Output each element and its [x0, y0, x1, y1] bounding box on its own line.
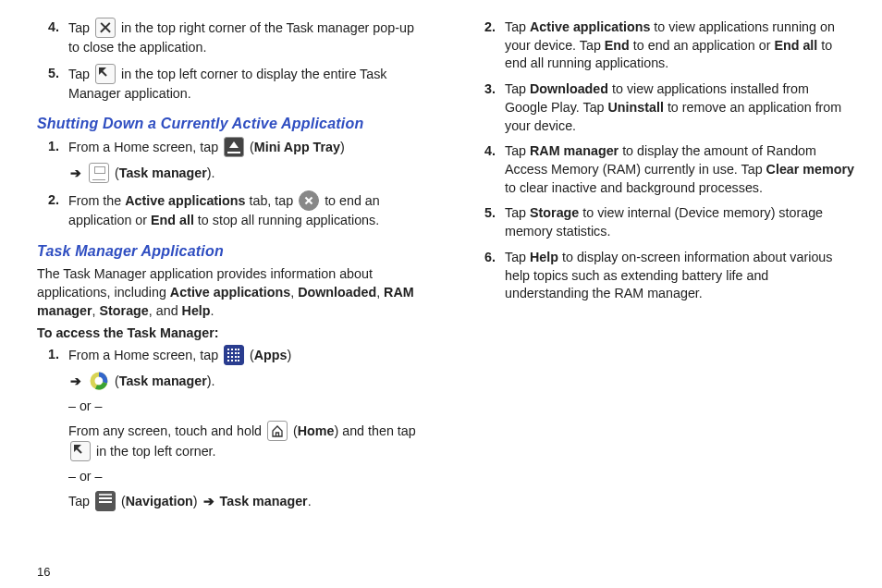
- text: tab, tap: [246, 193, 298, 208]
- tabs-step-3: 3. Tap Downloaded to view applications i…: [496, 80, 854, 135]
- task-manager-pie-icon: [89, 371, 109, 391]
- access-step-1: 1. From a Home screen, tap (Apps) ➔: [59, 346, 418, 511]
- mini-app-tray-icon: [224, 137, 244, 157]
- close-icon: [95, 18, 116, 38]
- navigation-bar-icon: [95, 491, 116, 511]
- manual-page: 4. Tap in the top right corner of the Ta…: [0, 0, 882, 527]
- alt-line-2: Tap (Navigation) ➔ Task manager.: [68, 492, 418, 512]
- label-task-manager: Task manager: [119, 374, 207, 388]
- tabs-step-6: 6. Tap Help to display on-screen informa…: [496, 249, 854, 303]
- expand-icon: [70, 441, 91, 461]
- tabs-step-5: 5. Tap Storage to view internal (Device …: [496, 204, 854, 240]
- shutdown-steps: 1. From a Home screen, tap (Mini App Tra…: [37, 138, 418, 230]
- or-divider: – or –: [68, 398, 418, 416]
- text: From a Home screen, tap: [68, 140, 222, 154]
- tabs-step-4: 4. Tap RAM manager to display the amount…: [496, 142, 854, 197]
- text: Tap: [68, 20, 93, 35]
- step-5: 5. Tap in the top left corner to display…: [59, 65, 418, 104]
- end-app-icon: [299, 190, 319, 211]
- text: to stop all running applications.: [194, 213, 379, 227]
- task-manager-shortcut-icon: [89, 163, 109, 183]
- text: From the: [68, 193, 125, 208]
- home-icon: [267, 421, 288, 441]
- left-column: 4. Tap in the top right corner of the Ta…: [37, 17, 418, 520]
- section-heading-shutdown: Shutting Down a Currently Active Applica…: [37, 116, 418, 132]
- alt-line-1: From any screen, touch and hold (Home) a…: [68, 422, 418, 462]
- access-lead: To access the Task Manager:: [37, 325, 418, 340]
- taskmgr-tabs-steps: 2. Tap Active applications to view appli…: [473, 18, 854, 303]
- page-number: 16: [37, 565, 50, 579]
- arrow-icon: ➔: [203, 494, 214, 508]
- right-column: 2. Tap Active applications to view appli…: [473, 17, 854, 520]
- text: in the top left corner to display the en…: [68, 67, 386, 101]
- label-task-manager: Task manager: [220, 494, 308, 508]
- expand-icon: [95, 64, 116, 84]
- arrow-icon: ➔: [70, 374, 81, 388]
- label-task-manager: Task manager: [119, 165, 207, 180]
- shutdown-step-2: 2. From the Active applications tab, tap…: [59, 191, 418, 230]
- close-taskmgr-steps: 4. Tap in the top right corner of the Ta…: [37, 18, 418, 103]
- shutdown-step-1: 1. From a Home screen, tap (Mini App Tra…: [59, 138, 418, 184]
- label-active-applications: Active applications: [125, 193, 245, 208]
- text: Tap: [68, 67, 93, 81]
- step-4: 4. Tap in the top right corner of the Ta…: [59, 18, 418, 57]
- text: From a Home screen, tap: [68, 348, 222, 362]
- label-apps: Apps: [254, 348, 288, 362]
- apps-grid-icon: [224, 345, 244, 365]
- text: in the top right corner of the Task mana…: [68, 20, 414, 55]
- label-home: Home: [298, 423, 335, 438]
- sub-line: ➔ (Task manager).: [68, 164, 418, 184]
- sub-line: ➔ (Task manager).: [68, 372, 418, 392]
- or-divider: – or –: [68, 468, 418, 486]
- taskmgr-intro: The Task Manager application provides in…: [37, 265, 418, 320]
- tabs-step-2: 2. Tap Active applications to view appli…: [496, 18, 854, 73]
- label-mini-app-tray: Mini App Tray: [254, 140, 340, 154]
- section-heading-taskmgr: Task Manager Application: [37, 243, 418, 260]
- access-steps: 1. From a Home screen, tap (Apps) ➔: [37, 346, 418, 511]
- label-end-all: End all: [151, 213, 194, 227]
- label-navigation: Navigation: [126, 494, 193, 508]
- arrow-icon: ➔: [70, 165, 81, 180]
